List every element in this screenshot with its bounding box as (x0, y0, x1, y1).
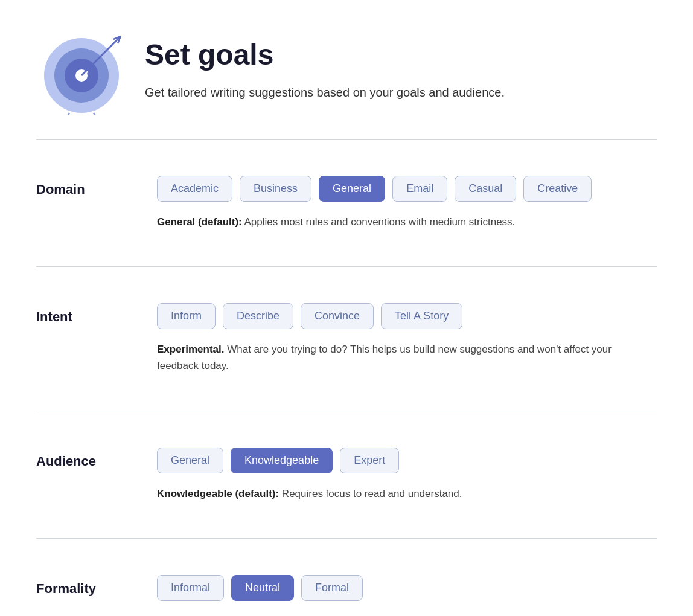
domain-btn-casual[interactable]: Casual (455, 176, 516, 202)
intent-label: Intent (36, 303, 133, 325)
intent-btn-tell-a-story[interactable]: Tell A Story (381, 303, 462, 329)
divider-intent (36, 411, 657, 411)
domain-content: Academic Business General Email Casual C… (157, 176, 657, 230)
svg-line-8 (94, 113, 100, 115)
formality-label: Formality (36, 575, 133, 597)
intent-content: Inform Describe Convince Tell A Story Ex… (157, 303, 657, 374)
divider-header (36, 139, 657, 140)
formality-description: Neutral (default): Restricts slang but a… (157, 613, 628, 616)
intent-buttons: Inform Describe Convince Tell A Story (157, 303, 657, 329)
domain-description: General (default): Applies most rules an… (157, 214, 628, 230)
header-text: Set goals Get tailored writing suggestio… (145, 38, 505, 101)
domain-section: Domain Academic Business General Email C… (36, 158, 657, 248)
domain-btn-business[interactable]: Business (240, 176, 311, 202)
intent-btn-inform[interactable]: Inform (157, 303, 216, 329)
domain-description-bold: General (default): (157, 216, 242, 228)
formality-btn-formal[interactable]: Formal (301, 575, 363, 601)
divider-domain (36, 266, 657, 267)
intent-btn-convince[interactable]: Convince (301, 303, 374, 329)
divider-audience (36, 538, 657, 539)
intent-section: Intent Inform Describe Convince Tell A S… (36, 285, 657, 392)
formality-section: Formality Informal Neutral Formal Neutra… (36, 557, 657, 616)
page-subtitle: Get tailored writing suggestions based o… (145, 83, 505, 101)
audience-btn-knowledgeable[interactable]: Knowledgeable (231, 448, 333, 473)
audience-buttons: General Knowledgeable Expert (157, 448, 657, 473)
domain-description-rest: Applies most rules and conventions with … (242, 216, 516, 228)
domain-buttons: Academic Business General Email Casual C… (157, 176, 657, 202)
svg-line-7 (63, 113, 69, 115)
audience-description-rest: Requires focus to read and understand. (279, 488, 462, 499)
audience-content: General Knowledgeable Expert Knowledgeab… (157, 448, 657, 502)
audience-btn-general[interactable]: General (157, 448, 223, 473)
formality-buttons: Informal Neutral Formal (157, 575, 657, 601)
page-title: Set goals (145, 38, 505, 71)
target-icon (36, 24, 127, 115)
intent-description-bold: Experimental. (157, 344, 225, 355)
domain-btn-academic[interactable]: Academic (157, 176, 232, 202)
audience-btn-expert[interactable]: Expert (340, 448, 399, 473)
header: Set goals Get tailored writing suggestio… (36, 24, 657, 115)
intent-description-rest: What are you trying to do? This helps us… (157, 344, 612, 371)
domain-btn-creative[interactable]: Creative (523, 176, 592, 202)
audience-section: Audience General Knowledgeable Expert Kn… (36, 429, 657, 520)
formality-btn-neutral[interactable]: Neutral (231, 575, 294, 601)
formality-btn-informal[interactable]: Informal (157, 575, 224, 601)
domain-btn-general[interactable]: General (319, 176, 385, 202)
audience-description-bold: Knowledgeable (default): (157, 488, 279, 499)
intent-description: Experimental. What are you trying to do?… (157, 341, 628, 374)
audience-description: Knowledgeable (default): Requires focus … (157, 486, 628, 502)
intent-btn-describe[interactable]: Describe (223, 303, 293, 329)
formality-content: Informal Neutral Formal Neutral (default… (157, 575, 657, 616)
audience-label: Audience (36, 448, 133, 469)
domain-btn-email[interactable]: Email (392, 176, 447, 202)
domain-label: Domain (36, 176, 133, 197)
